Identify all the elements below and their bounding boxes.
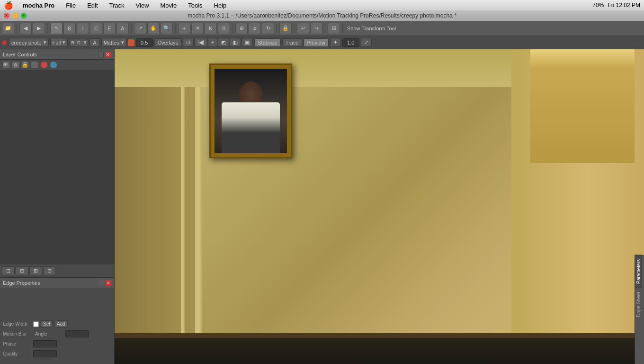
transform-tool[interactable]: ⊕ (235, 23, 248, 34)
add-button[interactable]: Add (54, 320, 68, 328)
warp-tool[interactable]: ⌀ (249, 23, 261, 34)
b2-tool[interactable]: B (218, 23, 230, 34)
furniture-top (530, 49, 635, 68)
apple-menu[interactable]: 🍎 (4, 1, 13, 10)
edge-properties-panel: Edge Properties ✕ Edge Width Set Add Mot… (0, 277, 114, 364)
panel-icon-1[interactable] (98, 52, 104, 57)
b-tool[interactable]: B (63, 23, 76, 34)
angle-input[interactable] (65, 330, 89, 337)
quality-row: Quality (3, 350, 111, 357)
panel-btn-2[interactable]: ⊟ (16, 266, 28, 275)
ep-close-icon[interactable]: ✕ (106, 280, 111, 286)
eye-icon[interactable]: 👁 (3, 62, 9, 68)
viewer-toolbar: creepy photo▾ Full▾ R G B A Mattes▾ 0.5 … (0, 36, 644, 49)
rotate-tool[interactable]: ↻ (262, 23, 274, 34)
gear-icon[interactable]: ⚙ (12, 62, 19, 68)
nav-forward-button[interactable]: ▶ (33, 23, 45, 34)
panel-btn-4[interactable]: ⊡ (43, 266, 56, 275)
mattes-dropdown[interactable]: Mattes▾ (101, 38, 126, 47)
select-tool[interactable]: ↖ (50, 23, 63, 34)
menu-app-name[interactable]: mocha Pro (21, 2, 56, 9)
battery-status: 70% (592, 2, 604, 9)
a-button[interactable]: A (89, 38, 99, 47)
toolbar-sep-1 (17, 24, 17, 33)
expand-button[interactable]: ⤢ (361, 38, 372, 47)
blue-color-swatch[interactable] (50, 62, 57, 68)
toolbar-sep-2 (47, 24, 48, 33)
panel-btn-1[interactable]: ⊡ (2, 266, 15, 275)
toolbar-sep-7 (294, 24, 295, 33)
menu-help[interactable]: Help (212, 2, 229, 9)
toolbar-sep-8 (325, 24, 325, 33)
overlay-btn-4[interactable]: ◩ (218, 38, 229, 47)
a-tool[interactable]: A (116, 23, 129, 34)
menu-track[interactable]: Track (107, 2, 126, 9)
overlay-btn-6[interactable]: ▣ (242, 38, 253, 47)
c-tool[interactable]: C (90, 23, 102, 34)
view-mode-dropdown[interactable]: Full▾ (50, 38, 68, 47)
minimize-button[interactable]: − (12, 13, 18, 18)
star-icon[interactable]: ✦ (330, 38, 341, 47)
menu-movie[interactable]: Movie (159, 2, 179, 9)
color-swatch[interactable] (128, 39, 134, 46)
menu-edit[interactable]: Edit (85, 2, 99, 9)
floor-area (115, 336, 644, 364)
lock-tool[interactable]: 🔒 (279, 23, 292, 34)
portrait-body (222, 102, 279, 153)
phase-input[interactable] (33, 340, 57, 347)
i-tool[interactable]: I (77, 23, 89, 34)
zoom-tool[interactable]: 🔍 (161, 23, 173, 34)
color-icon[interactable] (31, 62, 38, 68)
panel-btn-3[interactable]: ⊞ (29, 266, 42, 275)
viewer-image (115, 49, 644, 364)
toolbar-sep-3 (131, 24, 132, 33)
set-button[interactable]: Set (41, 320, 53, 328)
parameters-vtab[interactable]: Parameters (635, 255, 642, 288)
layer-list-area[interactable] (0, 70, 114, 264)
opacity-value[interactable]: 0.5 (136, 38, 153, 47)
menu-tools[interactable]: Tools (186, 2, 204, 9)
stabilize-button[interactable]: Stabilize (254, 38, 281, 47)
dope-sheet-vtab[interactable]: Dope Sheet (635, 288, 642, 321)
menu-view[interactable]: View (134, 2, 151, 9)
maximize-button[interactable]: + (21, 13, 27, 18)
x-tool[interactable]: ✕ (191, 23, 204, 34)
preview-button[interactable]: Preview (304, 38, 329, 47)
nav-back-button[interactable]: ◀ (19, 23, 32, 34)
toolbar-sep-6 (277, 24, 277, 33)
e-tool[interactable]: E (103, 23, 116, 34)
trace-button[interactable]: Trace (282, 38, 302, 47)
menubar-right: 70% Fri 12:02 PM (592, 2, 640, 9)
portrait-inner (215, 69, 287, 153)
overlay-btn-2[interactable]: |◀| (194, 38, 207, 47)
overlay-btn-3[interactable]: + (208, 38, 217, 47)
layer-name-dropdown[interactable]: creepy photo▾ (9, 38, 49, 47)
panel-close-icon[interactable]: ✕ (106, 52, 111, 57)
portrait-frame (209, 64, 292, 158)
overlay-btn-5[interactable]: ◧ (230, 38, 241, 47)
lock-icon[interactable]: 🔒 (22, 62, 28, 68)
hand-tool[interactable]: ✋ (147, 23, 160, 34)
redo-button[interactable]: ↪ (310, 23, 322, 34)
transform-tool-label: Show Transform Tool (347, 26, 396, 31)
preview-value: 1.0 (342, 38, 359, 47)
add-point-tool[interactable]: + (178, 23, 190, 34)
toolbar-sep-5 (233, 24, 233, 33)
quality-input[interactable] (33, 350, 57, 357)
furniture-body (530, 68, 635, 163)
k-tool[interactable]: K (205, 23, 217, 34)
grid-button[interactable]: ⊞ (328, 23, 340, 34)
ep-icon-1[interactable] (98, 280, 104, 286)
viewer-area[interactable] (115, 49, 644, 364)
close-button[interactable]: ✕ (4, 13, 9, 18)
edge-width-checkbox[interactable] (33, 321, 39, 327)
open-file-button[interactable]: 📁 (2, 23, 14, 34)
color-mode-buttons[interactable]: R G B (69, 39, 88, 46)
red-color-swatch[interactable] (41, 62, 47, 68)
menu-file[interactable]: File (64, 2, 78, 9)
overlays-button[interactable]: Overlays (154, 38, 181, 47)
arrow-tool[interactable]: ↗ (134, 23, 146, 34)
overlay-btn-1[interactable]: ⊡ (183, 38, 194, 47)
undo-button[interactable]: ↩ (297, 23, 309, 34)
title-bar: ✕ − + mocha Pro 3.1.1 – /Users/aaronbeni… (0, 10, 644, 21)
